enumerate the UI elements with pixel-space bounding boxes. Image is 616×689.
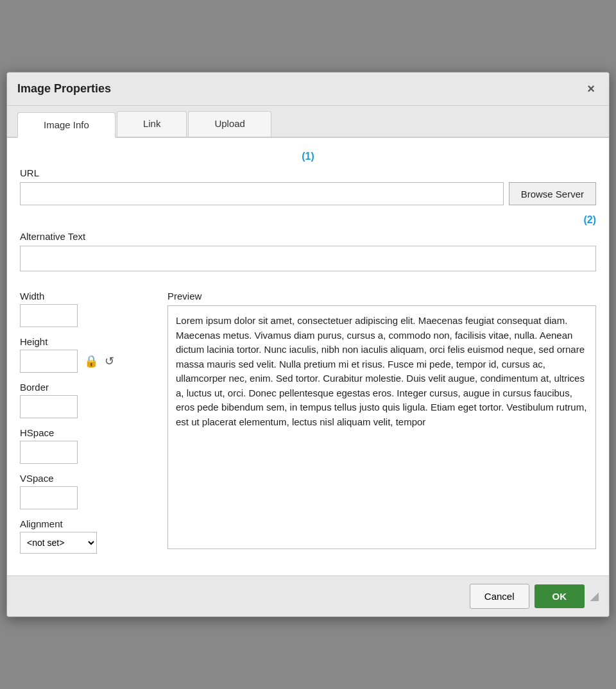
alignment-group: Alignment <not set> Left Right Center (20, 518, 155, 554)
dialog-footer: Cancel OK (7, 575, 609, 617)
tab-image-info[interactable]: Image Info (17, 112, 116, 138)
height-group: Height 🔒 ↺ (20, 336, 155, 373)
right-column: Preview Lorem ipsum dolor sit amet, cons… (167, 291, 596, 563)
step2-label: (2) (20, 214, 596, 226)
dialog-body: (1) URL Browse Server (2) Alternative Te… (7, 138, 609, 575)
url-row: Browse Server (20, 182, 596, 205)
width-input[interactable] (20, 304, 78, 327)
tab-link[interactable]: Link (117, 111, 187, 137)
cancel-button[interactable]: Cancel (470, 584, 529, 609)
main-row: Width Height 🔒 ↺ Border (20, 291, 596, 563)
width-label: Width (20, 291, 155, 302)
vspace-group: VSpace (20, 473, 155, 509)
border-input[interactable] (20, 395, 78, 418)
resize-handle[interactable] (590, 592, 599, 601)
alt-text-input[interactable] (20, 246, 596, 271)
refresh-icon[interactable]: ↺ (105, 354, 114, 368)
preview-label: Preview (167, 291, 596, 302)
tabs-container: Image Info Link Upload (7, 106, 609, 138)
border-label: Border (20, 382, 155, 393)
height-row: 🔒 ↺ (20, 350, 155, 373)
alt-text-group: Alternative Text (20, 231, 596, 282)
close-button[interactable]: × (583, 80, 599, 98)
step1-label: (1) (20, 151, 596, 162)
hspace-label: HSpace (20, 427, 155, 438)
alt-text-label: Alternative Text (20, 231, 596, 242)
dialog-header: Image Properties × (7, 72, 609, 106)
image-properties-dialog: Image Properties × Image Info Link Uploa… (6, 72, 610, 617)
width-group: Width (20, 291, 155, 327)
hspace-group: HSpace (20, 427, 155, 464)
height-input[interactable] (20, 350, 78, 373)
vspace-input[interactable] (20, 486, 78, 509)
url-input[interactable] (20, 182, 504, 205)
vspace-label: VSpace (20, 473, 155, 484)
border-group: Border (20, 382, 155, 418)
dialog-title: Image Properties (17, 82, 111, 96)
preview-box: Lorem ipsum dolor sit amet, consectetuer… (167, 305, 596, 549)
tab-upload[interactable]: Upload (188, 111, 271, 137)
ok-button[interactable]: OK (535, 584, 585, 608)
alignment-select[interactable]: <not set> Left Right Center (20, 532, 97, 554)
browse-server-button[interactable]: Browse Server (509, 182, 596, 205)
hspace-input[interactable] (20, 441, 78, 464)
url-label: URL (20, 167, 596, 178)
alignment-label: Alignment (20, 518, 155, 529)
url-group: URL Browse Server (20, 167, 596, 205)
lock-icon: 🔒 (84, 354, 98, 368)
height-label: Height (20, 336, 155, 347)
left-column: Width Height 🔒 ↺ Border (20, 291, 155, 563)
